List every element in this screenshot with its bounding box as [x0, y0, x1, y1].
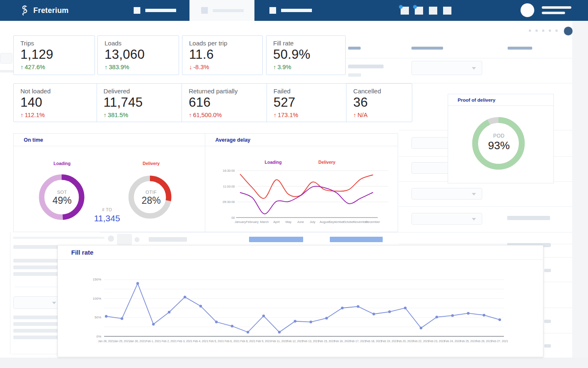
tab-icon-placeholder — [269, 7, 276, 14]
svg-text:16:30:00: 16:30:00 — [223, 169, 235, 173]
svg-text:Jan 28, 2021: Jan 28, 2021 — [98, 340, 115, 343]
svg-text:100%: 100% — [93, 297, 101, 300]
svg-text:Feb 8, 2021: Feb 8, 2021 — [240, 340, 255, 343]
kpi-value: 1,129 — [20, 47, 88, 62]
svg-text:Feb 13, 2021: Feb 13, 2021 — [302, 340, 319, 343]
menu-icon[interactable] — [542, 6, 571, 9]
toolbar-icon-4[interactable] — [443, 7, 451, 15]
kpi-cell-delivered[interactable]: Delivered 11,745 ↑381.5% — [97, 84, 182, 122]
kpi-label: Failed — [274, 88, 346, 95]
kpi-delta-value: 381.5% — [108, 112, 128, 118]
kpi-delta: ↓-8.3% — [189, 64, 256, 70]
tab-label-placeholder — [213, 9, 244, 12]
kpi-delta-value: 3.9% — [277, 64, 291, 70]
delivery-legend: Delivery — [143, 161, 160, 166]
average-delay-chart: 0005:30:0011:00:0016:30:00JanuaryFebruar… — [205, 147, 398, 230]
kpi-card-fill-rate[interactable]: Fill rate 50.9% ↑3.9% — [266, 35, 346, 75]
avatar[interactable] — [521, 3, 534, 17]
kpi-delta: ↑N/A — [353, 112, 412, 118]
kpi-label: Trips — [20, 40, 88, 47]
panel-title: Fill rate — [58, 249, 93, 256]
kpi-card-loads-per-trip[interactable]: Loads per trip 11.6 ↓-8.3% — [182, 35, 263, 75]
svg-text:Feb 3, 2021: Feb 3, 2021 — [177, 340, 192, 343]
panel-title: On time — [14, 137, 43, 143]
kpi-value: 36 — [353, 95, 412, 110]
svg-text:Feb 11, 2021: Feb 11, 2021 — [271, 340, 288, 343]
svg-text:April: April — [273, 220, 280, 224]
trend-arrow-icon: ↓ — [189, 64, 192, 70]
panel-title: Proof of delivery — [448, 98, 496, 103]
brand[interactable]: Freterium — [20, 0, 69, 21]
kpi-delta: ↑112.1% — [20, 112, 97, 118]
kpi-delta-value: 112.1% — [25, 112, 45, 118]
svg-text:June: June — [297, 220, 304, 224]
svg-text:Feb 24, 2021: Feb 24, 2021 — [444, 340, 461, 343]
svg-text:Feb 20, 2021: Feb 20, 2021 — [397, 340, 414, 343]
dashboard-widgets: Trips 1,129 ↑427.6% Loads 13,060 ↑383.9%… — [0, 0, 588, 368]
to-value: 11,345 — [94, 213, 120, 223]
kpi-delta-value: 61,500.0% — [193, 112, 222, 118]
svg-text:August: August — [320, 220, 330, 224]
nav-tab-3[interactable] — [267, 0, 312, 21]
svg-text:Feb 6, 2021: Feb 6, 2021 — [224, 340, 239, 343]
svg-text:Jan 30, 2021: Jan 30, 2021 — [130, 340, 146, 343]
svg-text:Feb 18, 2021: Feb 18, 2021 — [366, 340, 382, 343]
kpi-delta-value: 427.6% — [25, 64, 45, 70]
kpi-value: 13,060 — [105, 47, 172, 62]
fill-rate-chart: 0%50%100%150%Jan 28, 2021Jan 29, 2021Jan… — [62, 259, 541, 355]
svg-text:January: January — [234, 220, 246, 224]
svg-text:July: July — [310, 220, 316, 224]
otif-donut-chart — [126, 173, 174, 221]
svg-text:Feb 23, 2021: Feb 23, 2021 — [429, 340, 445, 343]
svg-text:September: September — [329, 220, 345, 224]
svg-text:Feb 4, 2021: Feb 4, 2021 — [193, 340, 208, 343]
kpi-value: 616 — [189, 95, 267, 110]
kpi-cell-cancelled[interactable]: Cancelled 36 ↑N/A — [346, 84, 412, 122]
svg-text:Feb 9, 2021: Feb 9, 2021 — [256, 340, 271, 343]
kpi-label: Not loaded — [20, 88, 97, 95]
trend-arrow-icon: ↑ — [20, 112, 23, 118]
kpi-card-trips[interactable]: Trips 1,129 ↑427.6% — [13, 35, 95, 75]
kpi-cell-failed[interactable]: Failed 527 ↑173.1% — [267, 84, 347, 122]
panel-header: Proof of delivery — [448, 94, 553, 106]
kpi-card-loads[interactable]: Loads 13,060 ↑383.9% — [97, 35, 179, 75]
kpi-delta: ↑3.9% — [273, 64, 339, 70]
top-navbar: Freterium — [0, 0, 588, 21]
svg-text:Feb 19, 2021: Feb 19, 2021 — [381, 340, 398, 343]
svg-text:Feb 15, 2021: Feb 15, 2021 — [318, 340, 335, 343]
notification-dot-icon — [413, 5, 417, 9]
brand-name: Freterium — [33, 6, 69, 15]
dashboard-page: Freterium — [0, 0, 588, 368]
kpi-cell-not-loaded[interactable]: Not loaded 140 ↑112.1% — [14, 84, 97, 122]
svg-text:0%: 0% — [96, 335, 101, 338]
panel-header: Average delay — [205, 134, 398, 146]
kpi-delta: ↑381.5% — [104, 112, 182, 118]
panel-title: Average delay — [205, 137, 250, 143]
kpi-value: 11.6 — [189, 47, 256, 62]
kpi-value: 11,745 — [104, 95, 182, 110]
tab-label-placeholder — [145, 9, 176, 12]
sot-donut-chart — [37, 172, 87, 222]
svg-text:Feb 26, 2021: Feb 26, 2021 — [476, 340, 492, 343]
notification-dot-icon — [399, 5, 403, 9]
svg-text:October: October — [343, 220, 354, 224]
toolbar-icon-3[interactable] — [429, 7, 437, 15]
kpi-status-strip: Not loaded 140 ↑112.1% Delivered 11,745 … — [13, 83, 412, 122]
menu-icon[interactable] — [542, 12, 565, 14]
kpi-delta-value: N/A — [358, 112, 368, 118]
kpi-delta: ↑383.9% — [105, 64, 172, 70]
svg-text:11:00:00: 11:00:00 — [223, 185, 235, 188]
nav-tab-1[interactable] — [131, 0, 176, 21]
nav-tab-2-active[interactable] — [189, 0, 254, 21]
trend-arrow-icon: ↑ — [273, 64, 276, 70]
kpi-label: Fill rate — [273, 40, 339, 47]
svg-text:Jan 29, 2021: Jan 29, 2021 — [114, 340, 130, 343]
svg-text:Feb 16, 2021: Feb 16, 2021 — [334, 340, 351, 343]
svg-text:March: March — [260, 220, 269, 224]
svg-text:February: February — [246, 220, 259, 224]
trend-arrow-icon: ↑ — [104, 112, 107, 118]
kpi-cell-returned-partially[interactable]: Returned partially 616 ↑61,500.0% — [182, 84, 267, 122]
svg-text:Feb 12, 2021: Feb 12, 2021 — [287, 340, 304, 343]
svg-text:Feb 1, 2021: Feb 1, 2021 — [146, 340, 161, 343]
svg-text:Feb 2, 2021: Feb 2, 2021 — [162, 340, 177, 343]
